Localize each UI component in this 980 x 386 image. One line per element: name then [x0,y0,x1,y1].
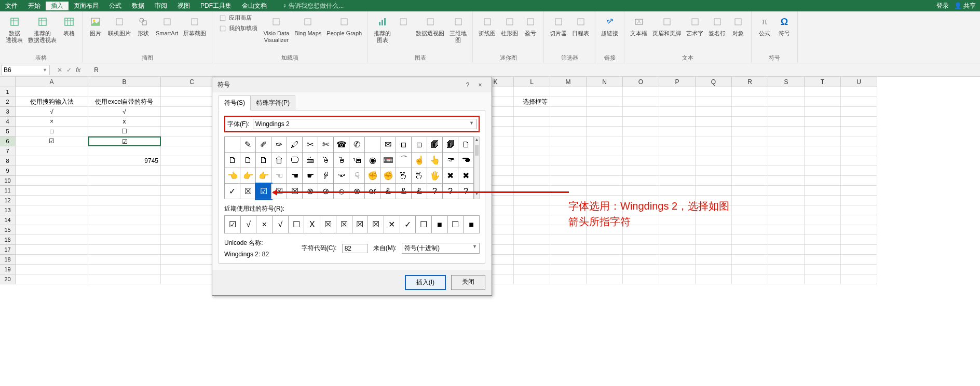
recent-symbol-cell[interactable]: × [256,216,273,233]
cell-R2[interactable] [732,97,768,107]
row-header-19[interactable]: 19 [0,265,16,274]
dialog-tab-0[interactable]: 符号(S) [219,95,251,111]
cell-M11[interactable] [550,186,587,196]
cell-M18[interactable] [550,255,587,265]
symbol-cell[interactable]: 🖊 [287,137,303,153]
cell-T7[interactable] [805,146,841,156]
cell-B12[interactable] [88,196,161,205]
cell-A1[interactable] [16,87,88,97]
cell-L8[interactable] [514,156,550,166]
cell-N5[interactable] [587,127,623,136]
menu-数据[interactable]: 数据 [127,2,149,10]
cell-Q18[interactable] [696,255,732,265]
cell-N9[interactable] [587,166,623,176]
cell-O11[interactable] [623,186,659,196]
cell-O17[interactable] [623,245,659,255]
cell-B11[interactable] [88,186,161,196]
cell-P9[interactable] [659,166,696,176]
recent-symbol-cell[interactable]: ■ [432,216,448,233]
cell-R7[interactable] [732,146,768,156]
menu-视图[interactable]: 视图 [172,2,195,10]
cell-Q11[interactable] [696,186,732,196]
symbol-cell[interactable]: ✐ [256,137,271,153]
cell-R9[interactable] [732,166,768,176]
ribbon-折线图[interactable]: 折线图 [477,13,497,38]
cell-L4[interactable] [514,117,550,127]
cell-L20[interactable] [514,274,550,284]
symbol-cell[interactable]: ⊗ [349,184,365,199]
cell-N20[interactable] [587,274,623,284]
symbol-cell[interactable]: 🖲 [349,153,365,168]
symbol-cell[interactable]: ☚ [287,168,303,184]
symbol-cell[interactable]: ☎ [334,137,349,153]
cell-P3[interactable] [659,107,696,117]
cell-U10[interactable] [841,176,877,186]
cell-N4[interactable] [587,117,623,127]
symbol-cell[interactable]: 🗐 [427,137,443,153]
cell-S1[interactable] [768,87,805,97]
cell-T13[interactable] [805,205,841,215]
cell-B1[interactable] [88,87,161,97]
cell-R8[interactable] [732,156,768,166]
menu-PDF工具集[interactable]: PDF工具集 [195,2,237,10]
cell-Q6[interactable] [696,136,732,146]
cell-N6[interactable] [587,136,623,146]
cell-A19[interactable] [16,265,88,274]
ribbon-盈亏[interactable]: 盈亏 [522,13,539,38]
cell-B9[interactable] [88,166,161,176]
ribbon-minicharts[interactable] [394,13,412,31]
symbol-cell[interactable]: ☝ [412,153,427,168]
cell-M7[interactable] [550,146,587,156]
symbol-cell[interactable]: ⌒ [396,153,412,168]
cell-P2[interactable] [659,97,696,107]
cell-R11[interactable] [732,186,768,196]
recent-symbol-cell[interactable]: ✕ [384,216,400,233]
symbol-cell[interactable]: 🖗 [318,168,334,184]
symbol-cell[interactable]: 🗑 [271,153,287,168]
symbol-cell[interactable]: 👉 [240,168,256,184]
cell-Q10[interactable] [696,176,732,186]
cell-U1[interactable] [841,87,877,97]
cell-A16[interactable] [16,235,88,245]
cell-L17[interactable] [514,245,550,255]
cell-B19[interactable] [88,265,161,274]
cell-O7[interactable] [623,146,659,156]
cell-P19[interactable] [659,265,696,274]
symbol-cell[interactable]: 🖔 [396,168,412,184]
symbol-cell[interactable] [365,137,380,153]
cell-P7[interactable] [659,146,696,156]
close-dialog-button[interactable]: 关闭 [451,275,485,284]
cell-L1[interactable] [514,87,550,97]
cell-M17[interactable] [550,245,587,255]
symbol-cell[interactable]: & [412,184,427,199]
cell-R10[interactable] [732,176,768,186]
cell-L12[interactable] [514,196,550,205]
cell-B15[interactable] [88,225,161,235]
formula-input[interactable]: R [91,65,980,75]
fx-icon[interactable]: fx [76,66,80,74]
symbol-cell[interactable]: & [396,184,412,199]
recent-symbol-cell[interactable]: ☒ [352,216,369,233]
cell-R5[interactable] [732,127,768,136]
cell-R3[interactable] [732,107,768,117]
recent-symbol-cell[interactable]: ☑ [225,216,241,233]
cell-L5[interactable] [514,127,550,136]
symbol-cell[interactable]: ☒ [271,184,287,199]
cell-M16[interactable] [550,235,587,245]
symbol-cell[interactable]: ? [458,184,474,199]
cell-T14[interactable] [805,215,841,225]
cell-A12[interactable] [16,196,88,205]
symbol-cell[interactable]: ✂ [303,137,318,153]
ribbon-表格[interactable]: 表格 [60,13,78,38]
cell-N11[interactable] [587,186,623,196]
cell-S8[interactable] [768,156,805,166]
symbol-cell[interactable]: ✊ [380,168,396,184]
cell-O9[interactable] [623,166,659,176]
cell-M6[interactable] [550,136,587,146]
cell-S19[interactable] [768,265,805,274]
cell-N16[interactable] [587,235,623,245]
cell-M2[interactable] [550,97,587,107]
symbol-cell[interactable] [225,137,240,153]
cell-T18[interactable] [805,255,841,265]
cell-P11[interactable] [659,186,696,196]
